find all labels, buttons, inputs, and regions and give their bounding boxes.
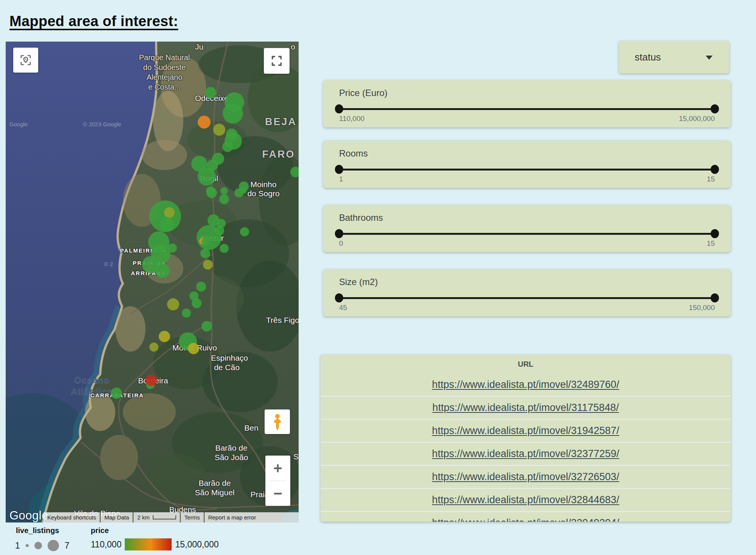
listing-dot[interactable] <box>149 343 158 352</box>
rooms-slider-max-handle[interactable] <box>711 165 719 174</box>
size-slider-max-handle[interactable] <box>711 293 719 302</box>
map-label: o <box>291 42 295 51</box>
large-dot-icon <box>48 540 59 551</box>
map-label: Barão de <box>215 443 247 453</box>
listing-url-link[interactable]: https://www.idealista.pt/imovel/31942587… <box>432 425 619 437</box>
listing-dot[interactable] <box>201 237 211 246</box>
price-slider-max-handle[interactable] <box>711 104 719 113</box>
fullscreen-button[interactable] <box>264 48 290 74</box>
table-row: https://www.idealista.pt/imovel/32844683… <box>321 488 731 511</box>
size-legend-title: live_listings <box>16 526 59 535</box>
area-select-button[interactable] <box>13 48 38 73</box>
table-row: https://www.idealista.pt/imovel/31942587… <box>321 419 731 442</box>
satellite-basemap <box>6 42 299 522</box>
listing-url-link[interactable]: https://www.idealista.pt/imovel/31175848… <box>432 402 619 414</box>
listing-dot[interactable] <box>240 227 249 236</box>
listing-dot[interactable] <box>198 116 211 129</box>
bathrooms-slider-min-handle[interactable] <box>335 229 343 238</box>
map[interactable]: Parque Naturaldo SudoesteAlentejanoe Cos… <box>6 42 299 522</box>
listing-dot[interactable] <box>239 186 247 194</box>
listing-dot[interactable] <box>200 248 210 258</box>
area-select-icon <box>19 53 33 67</box>
table-row: https://www.idealista.pt/imovel/32049204… <box>321 511 731 522</box>
price-legend-title: price <box>91 526 109 535</box>
listing-dot[interactable] <box>197 225 222 250</box>
map-label: Parque Natural <box>139 53 190 62</box>
status-dropdown[interactable]: status <box>619 41 729 73</box>
bathrooms-slider-label: Bathrooms <box>339 212 383 223</box>
listing-dot[interactable] <box>167 298 179 310</box>
rooms-slider-label: Rooms <box>339 148 368 159</box>
size-legend-max: 7 <box>65 541 70 551</box>
listing-dot[interactable] <box>220 244 229 253</box>
listing-dot[interactable] <box>155 264 170 278</box>
listing-url-link[interactable]: https://www.idealista.pt/imovel/32049204… <box>432 517 619 522</box>
listing-dot[interactable] <box>220 187 228 195</box>
attribution-item-label: 2 km <box>137 514 150 521</box>
attribution-item[interactable]: Report a map error <box>204 512 299 522</box>
zoom-in-button[interactable]: + <box>265 456 290 481</box>
listing-dot[interactable] <box>223 103 243 124</box>
size-slider-track[interactable] <box>339 297 715 299</box>
listing-dot[interactable] <box>111 388 122 399</box>
attribution-item[interactable]: Keyboard shortcuts <box>43 512 100 522</box>
price-slider-min-handle[interactable] <box>335 104 343 113</box>
listing-dot[interactable] <box>290 167 299 177</box>
attribution-item-label: Report a map error <box>208 514 256 521</box>
size-legend: 1 7 <box>15 540 70 551</box>
attribution-item[interactable]: Map Data <box>101 512 133 522</box>
bathrooms-slider-min-value: 0 <box>339 239 343 248</box>
size-legend-min: 1 <box>15 541 20 551</box>
medium-dot-icon <box>34 542 42 549</box>
url-table-body: https://www.idealista.pt/imovel/32489760… <box>321 374 731 522</box>
url-table-header: URL <box>321 355 731 374</box>
price-legend: 110,000 15,000,000 <box>91 538 219 550</box>
listing-dot[interactable] <box>196 282 206 291</box>
listing-dot[interactable] <box>219 194 229 204</box>
listing-dot[interactable] <box>188 343 199 354</box>
map-label: São João <box>215 453 248 462</box>
listing-dot[interactable] <box>206 186 215 195</box>
listing-url-link[interactable]: https://www.idealista.pt/imovel/32844683… <box>432 494 619 506</box>
listing-dot[interactable] <box>203 260 213 270</box>
attribution-item-label: Keyboard shortcuts <box>47 514 96 521</box>
listing-dot[interactable] <box>182 309 191 318</box>
map-label: e Costa... <box>148 83 181 91</box>
listing-dot[interactable] <box>222 141 233 152</box>
listing-dot[interactable] <box>146 375 157 386</box>
rooms-slider-track[interactable] <box>339 169 715 171</box>
price-slider-track[interactable] <box>339 108 715 110</box>
zoom-control: + − <box>265 456 290 506</box>
google-logo[interactable]: Google <box>9 509 48 522</box>
listing-dot[interactable] <box>205 87 216 98</box>
listing-url-link[interactable]: https://www.idealista.pt/imovel/32726503… <box>432 471 619 483</box>
map-label: FARO <box>262 149 295 160</box>
attribution-item[interactable]: Terms <box>181 512 204 522</box>
chevron-down-icon <box>706 56 713 60</box>
size-slider-min-handle[interactable] <box>335 293 343 302</box>
rooms-slider-min-handle[interactable] <box>335 165 343 174</box>
map-label: de Cão <box>214 363 240 372</box>
rooms-slider-max-value: 15 <box>707 175 715 183</box>
zoom-out-button[interactable]: − <box>265 481 290 506</box>
listing-dot[interactable] <box>192 298 201 308</box>
size-slider-label: Size (m2) <box>339 277 378 287</box>
listing-dot[interactable] <box>168 243 177 253</box>
pegman-button[interactable] <box>265 409 290 434</box>
price-slider-label: Price (Euro) <box>339 88 387 98</box>
bathrooms-slider-track[interactable] <box>339 233 715 235</box>
attribution-item-label: Terms <box>184 514 200 521</box>
fullscreen-icon <box>270 54 283 67</box>
listing-dot[interactable] <box>164 207 175 218</box>
listing-dot[interactable] <box>213 124 225 136</box>
listing-dot[interactable] <box>198 167 216 186</box>
listing-dot[interactable] <box>201 321 212 332</box>
map-label: do Sudoeste <box>143 63 186 72</box>
bathrooms-slider-max-handle[interactable] <box>711 229 719 238</box>
listing-dot[interactable] <box>160 217 174 231</box>
listing-url-link[interactable]: https://www.idealista.pt/imovel/32377259… <box>432 448 619 460</box>
listing-url-link[interactable]: https://www.idealista.pt/imovel/32489760… <box>432 379 619 391</box>
rooms-slider-min-value: 1 <box>339 175 343 183</box>
listing-dot[interactable] <box>159 331 170 342</box>
table-row: https://www.idealista.pt/imovel/31175848… <box>321 396 731 419</box>
